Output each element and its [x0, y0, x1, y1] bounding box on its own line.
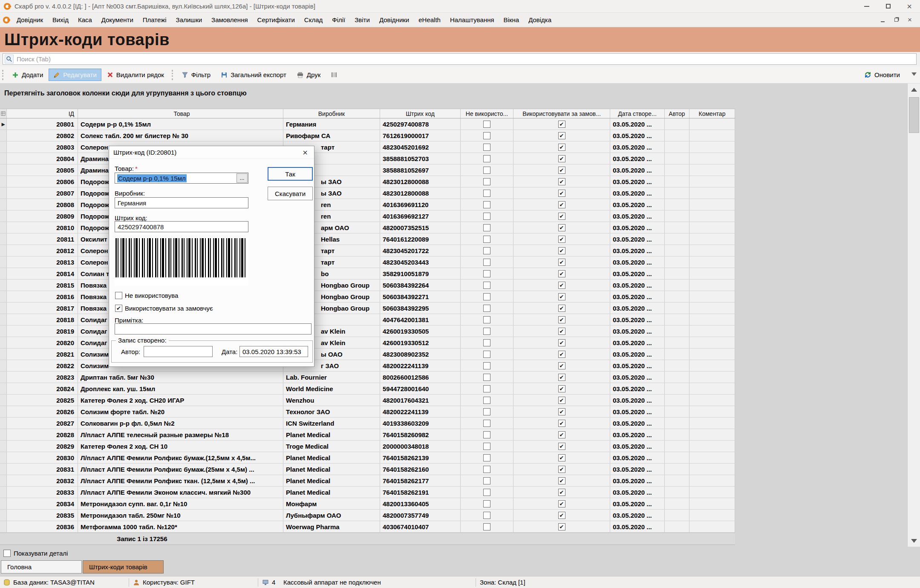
use-default-checkbox[interactable] — [558, 190, 565, 197]
edit-button[interactable]: Редагувати — [49, 69, 101, 81]
not-used-checkbox[interactable] — [483, 155, 490, 162]
column-header-use-default[interactable]: Використовувати за замов... — [513, 109, 610, 118]
not-used-checkbox[interactable] — [483, 259, 490, 266]
table-row[interactable]: 20823 Дриптан табл. 5мг №30 Lab. Fournie… — [0, 372, 735, 383]
print-button[interactable]: Друк — [292, 69, 325, 81]
use-default-checkbox[interactable] — [558, 224, 565, 231]
close-button[interactable]: × — [899, 0, 920, 12]
export-button[interactable]: Загальний експорт — [216, 69, 291, 81]
use-default-checkbox[interactable] — [558, 144, 565, 151]
table-row[interactable]: 20832 Л/пласт АЛПЕ Фемили Ролфикс ткан. … — [0, 475, 735, 487]
barcode-field[interactable] — [115, 221, 248, 232]
not-use-toggle[interactable]: Не використовува — [115, 292, 178, 299]
table-row[interactable]: 20834 Метронидазол супп. ваг. 0,1г №10 М… — [0, 498, 735, 510]
mdi-restore-button[interactable] — [890, 15, 902, 25]
table-row[interactable]: 20802 Солекс табл. 200 мг блистер № 30 Р… — [0, 130, 735, 141]
columns-button[interactable] — [326, 69, 342, 81]
use-default-checkbox[interactable] — [558, 213, 565, 220]
table-row[interactable]: 20827 Солковагин р-р фл. 0,5мл №2 ICN Sw… — [0, 418, 735, 429]
maximize-button[interactable] — [877, 0, 899, 12]
use-default-checkbox[interactable] — [558, 339, 565, 346]
use-default-checkbox[interactable] — [558, 385, 565, 392]
table-row[interactable]: 20836 Метфогамма 1000 табл. №120* Woerwa… — [0, 521, 735, 533]
menu-item-Довідник[interactable]: Довідник — [12, 14, 48, 26]
menu-item-Замовлення[interactable]: Замовлення — [207, 14, 252, 26]
use-default-checkbox[interactable] — [558, 500, 565, 507]
not-used-checkbox[interactable] — [483, 247, 490, 254]
use-default-checkbox[interactable] — [558, 305, 565, 312]
not-used-checkbox[interactable] — [483, 466, 490, 473]
use-default-toggle[interactable]: Використовувати за замовчує — [115, 305, 213, 312]
not-used-checkbox[interactable] — [483, 236, 490, 243]
not-used-checkbox[interactable] — [483, 512, 490, 519]
use-default-checkbox[interactable] — [558, 362, 565, 369]
dialog-close-icon[interactable]: × — [296, 146, 314, 159]
column-header-date[interactable]: Дата створе... — [610, 109, 665, 118]
use-default-checkbox[interactable] — [558, 155, 565, 162]
use-default-checkbox[interactable] — [558, 293, 565, 300]
not-used-checkbox[interactable] — [483, 144, 490, 151]
not-used-checkbox[interactable] — [483, 270, 490, 277]
dialog-title-bar[interactable]: Штрих-код (ID:20801) — [109, 146, 314, 159]
not-used-checkbox[interactable] — [483, 431, 490, 438]
not-used-checkbox[interactable] — [483, 523, 490, 530]
not-used-checkbox[interactable] — [483, 328, 490, 335]
column-header-author[interactable]: Автор — [665, 109, 689, 118]
use-default-checkbox[interactable] — [558, 512, 565, 519]
scroll-down-button[interactable] — [908, 535, 920, 547]
menu-item-Вікна[interactable]: Вікна — [499, 14, 524, 26]
use-default-checkbox[interactable] — [558, 121, 565, 128]
delete-row-button[interactable]: Видалити рядок — [102, 69, 169, 81]
use-default-checkbox[interactable] — [558, 374, 565, 381]
not-used-checkbox[interactable] — [483, 282, 490, 289]
table-row[interactable]: 20825 Катетер Фолея 2 ход. СН20 ИГАР Wen… — [0, 395, 735, 406]
use-default-checkbox[interactable] — [558, 270, 565, 277]
not-used-checkbox[interactable] — [483, 477, 490, 484]
table-row[interactable]: 20831 Л/пласт АЛПЕ Фемили Ролфикс бумаж.… — [0, 464, 735, 475]
table-row[interactable]: 20826 Солизим форте табл. №20 Технолог З… — [0, 406, 735, 418]
not-use-checkbox[interactable] — [115, 292, 122, 299]
minimize-button[interactable] — [856, 0, 877, 12]
table-row[interactable]: ▶ 20801 Содерм р-р 0,1% 15мл Германия 42… — [0, 118, 735, 130]
use-default-checkbox[interactable] — [558, 420, 565, 427]
menu-item-eHealth[interactable]: eHealth — [414, 14, 445, 26]
add-button[interactable]: Додати — [7, 69, 48, 81]
not-used-checkbox[interactable] — [483, 190, 490, 197]
note-field[interactable] — [115, 323, 311, 334]
use-default-checkbox[interactable] — [558, 351, 565, 358]
menu-item-Налаштування[interactable]: Налаштування — [445, 14, 499, 26]
not-used-checkbox[interactable] — [483, 305, 490, 312]
column-header-manufacturer[interactable]: Виробник — [283, 109, 380, 118]
menu-item-Документи[interactable]: Документи — [97, 14, 138, 26]
column-header-not-used[interactable]: Не використо... — [461, 109, 513, 118]
use-default-checkbox[interactable] — [558, 489, 565, 496]
use-default-checkbox[interactable] — [558, 247, 565, 254]
product-lookup-button[interactable]: ... — [236, 173, 248, 183]
not-used-checkbox[interactable] — [483, 500, 490, 507]
use-default-checkbox[interactable] — [558, 236, 565, 243]
show-details-toggle[interactable]: Показувати деталі — [3, 550, 68, 557]
toolbar-overflow-chevron-icon[interactable] — [911, 72, 917, 76]
use-default-checkbox[interactable] — [558, 259, 565, 266]
not-used-checkbox[interactable] — [483, 351, 490, 358]
not-used-checkbox[interactable] — [483, 443, 490, 450]
not-used-checkbox[interactable] — [483, 374, 490, 381]
column-header-barcode[interactable]: Штрих код — [380, 109, 461, 118]
not-used-checkbox[interactable] — [483, 132, 490, 139]
menu-item-Сертифікати[interactable]: Сертифікати — [253, 14, 300, 26]
menu-item-Філії[interactable]: Філії — [327, 14, 350, 26]
use-default-checkbox[interactable] — [558, 167, 565, 174]
not-used-checkbox[interactable] — [483, 397, 490, 404]
filter-button[interactable]: Фільтр — [177, 69, 215, 81]
menu-item-Залишки[interactable]: Залишки — [171, 14, 207, 26]
menu-item-Вихід[interactable]: Вихід — [48, 14, 73, 26]
product-field[interactable]: Содерм р-р 0,1% 15мл ... — [115, 173, 248, 184]
not-used-checkbox[interactable] — [483, 121, 490, 128]
column-header-comment[interactable]: Коментар — [689, 109, 735, 118]
vertical-scrollbar[interactable] — [907, 84, 920, 547]
not-used-checkbox[interactable] — [483, 385, 490, 392]
tab-Штрих-коди товарів[interactable]: Штрих-коди товарів — [83, 560, 164, 574]
use-default-checkbox[interactable] — [558, 466, 565, 473]
mdi-close-button[interactable]: × — [904, 15, 916, 25]
table-row[interactable]: 20835 Метронидазол табл. 250мг №10 Лубны… — [0, 510, 735, 521]
